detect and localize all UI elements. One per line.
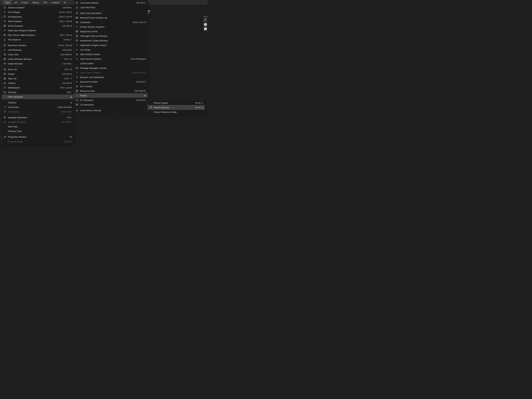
view-menu-item-label: Code Definition Window xyxy=(8,58,60,60)
other-windows-item-hiveserver2-output-window[interactable]: HiveServer2 Output Window xyxy=(74,38,147,43)
bookmark-icon xyxy=(3,44,6,47)
shortcut-label: Ctrl+Alt+F xyxy=(136,99,146,101)
view-menu-item-call-hierarchy[interactable]: Call HierarchyCtrl+Alt+K xyxy=(2,48,74,52)
other-windows-item-document-outline[interactable]: Document OutlineCtrl+Alt+T xyxy=(74,80,147,84)
other-windows-item-load-test-runs[interactable]: Load Test Runs xyxy=(74,5,147,10)
svg-point-2 xyxy=(4,11,5,12)
svg-rect-1 xyxy=(4,7,5,7)
other-windows-item-shader-syntax-visualizer[interactable]: Shader Syntax Visualizer xyxy=(74,25,147,29)
other-windows-item-label: Dev Tunnels xyxy=(80,85,146,88)
pieces-menu-item-pieces-explorer[interactable]: @Pieces ExplorerAlt+M, E xyxy=(148,105,205,110)
pieces-submenu: Pieces CopilotAlt+M, C@Pieces ExplorerAl… xyxy=(148,100,205,115)
shortcut-label: Alt+M, C xyxy=(195,102,203,104)
blank-icon xyxy=(3,140,6,143)
other-windows-submenu: Command WindowCtrl+Alt+ALoad Test RunsDa… xyxy=(74,0,148,113)
other-windows-item-containers[interactable]: ContainersCtrl+K, Ctrl+O xyxy=(74,20,147,25)
side-badge-up-icon[interactable]: ˄ xyxy=(204,27,207,30)
sql-icon xyxy=(3,33,6,37)
shortcut-label: Ctrl+\, Ctrl+N xyxy=(60,86,72,89)
docoutline-icon xyxy=(75,80,79,83)
other-windows-item-task-runner-explorer[interactable]: Task Runner ExplorerCtrl+Alt+Bkspce xyxy=(74,57,147,61)
pieces-menu-item-pieces-copilot[interactable]: Pieces CopilotAlt+M, C xyxy=(148,101,205,105)
other-windows-item-f-interactive[interactable]: F#F# InteractiveCtrl+Alt+F xyxy=(74,98,147,102)
view-menu-item-all-windows: All WindowsShift+Alt+M xyxy=(2,109,74,114)
view-menu-item-properties-window[interactable]: Properties WindowF4 xyxy=(2,135,74,139)
view-menu-item-toolbars[interactable]: Toolbars▶ xyxy=(2,100,74,105)
view-menu-item-team-explorer[interactable]: Team ExplorerCtrl+\, Ctrl+M xyxy=(2,19,74,24)
view-menu-item-terminal[interactable]: TerminalCtrl+` xyxy=(2,90,74,94)
view-menu-item-solution-explorer[interactable]: Solution ExplorerCtrl+Alt+L xyxy=(2,5,74,10)
view-menu-item-full-screen[interactable]: Full ScreenShift+Alt+Enter xyxy=(2,105,74,109)
git-changes-icon xyxy=(3,11,6,14)
other-windows-item-dev-tunnels[interactable]: Dev Tunnels xyxy=(74,84,147,89)
shortcut-label: Ctrl+K, Ctrl+W xyxy=(58,44,72,47)
other-windows-item-label: Load Test Runs xyxy=(80,6,146,9)
pieces-menu-item-pieces-welcome-guide[interactable]: Pieces Welcome Guide xyxy=(148,110,205,114)
view-menu-item-other-windows[interactable]: Other Windows▶ xyxy=(2,94,74,99)
view-menu-item-next-task[interactable]: Next Task xyxy=(2,124,74,129)
other-windows-item-command-window[interactable]: Command WindowCtrl+Alt+A xyxy=(74,0,147,5)
view-menu-item-label: Next Task xyxy=(8,125,72,128)
view-menu-item-git-repository[interactable]: Git RepositoryCtrl+0, Ctrl+R xyxy=(2,14,74,19)
svg-rect-25 xyxy=(4,73,6,74)
other-windows-item-web-publish-activity[interactable]: Web Publish Activity xyxy=(74,52,147,57)
other-windows-item-label: Shader Syntax Visualizer xyxy=(80,26,146,28)
other-windows-item-package-manager-console[interactable]: Package Manager Console xyxy=(74,66,147,70)
view-menu-item-bookmark-window[interactable]: Bookmark WindowCtrl+K, Ctrl+W xyxy=(2,43,74,48)
view-menu-item-error-list[interactable]: Error ListCtrl+\, E xyxy=(2,67,74,72)
menubar-item-test[interactable]: Test xyxy=(41,0,49,5)
view-menu-item-toolbox[interactable]: ToolboxCtrl+Alt+X xyxy=(2,81,74,85)
toolbox-icon xyxy=(3,81,6,85)
menubar-item-to[interactable]: To xyxy=(62,0,68,5)
other-windows-item-diagnostic-events[interactable]: Diagnostic Events xyxy=(74,29,147,34)
menubar-item-analyze[interactable]: Analyze xyxy=(50,0,61,5)
other-windows-item-application-insights-search[interactable]: Application Insights Search xyxy=(74,43,147,47)
view-menu-item-navigate-backward[interactable]: Navigate BackwardCtrl+- xyxy=(2,115,74,120)
svg-point-12 xyxy=(4,31,5,31)
view-menu-item-label: Terminal xyxy=(8,91,63,93)
view-menu-item-notifications[interactable]: NotificationsCtrl+\, Ctrl+N xyxy=(2,85,74,90)
view-menu-item-server-explorer[interactable]: Server ExplorerCtrl+Alt+S xyxy=(2,24,74,28)
menubar-item-debug[interactable]: Debug xyxy=(31,0,41,5)
view-menu-item-navigate-forward: Navigate ForwardCtrl+Shift+- xyxy=(2,120,74,124)
view-menu-item-test-explorer[interactable]: Test ExplorerCtrl+E, T xyxy=(2,37,74,42)
view-menu-item-task-list[interactable]: Task ListCtrl+\, T xyxy=(2,76,74,81)
view-menu-item-class-view[interactable]: Class ViewCtrl+Shift+C xyxy=(2,52,74,57)
shortcut-label: Shift+Alt+M xyxy=(61,110,72,113)
other-windows-item-pieces[interactable]: Pieces▶ xyxy=(74,93,147,98)
shortcut-label: Alt+M, E xyxy=(195,106,203,109)
other-windows-item-live-share[interactable]: Live Share xyxy=(74,47,147,52)
svg-point-34 xyxy=(76,12,78,13)
csharp-icon: C# xyxy=(75,103,79,106)
svg-point-47 xyxy=(76,76,78,78)
side-tab-pieces[interactable]: Pie xyxy=(203,18,207,22)
other-windows-item-data-tools-operations[interactable]: Data Tools Operations xyxy=(74,11,147,15)
other-windows-item-resource-view[interactable]: Resource ViewCtrl+Shift+E xyxy=(74,89,147,93)
other-windows-item-microsoft-azure-activity-log[interactable]: Microsoft Azure Activity Log xyxy=(74,15,147,20)
menubar-item-git[interactable]: Git xyxy=(12,0,19,5)
other-windows-item-label: Data Tools Operations xyxy=(80,12,146,14)
view-menu-item-sql-server-object-explorer[interactable]: SQL Server Object ExplorerCtrl+\, Ctrl+S xyxy=(2,33,74,37)
svg-rect-57 xyxy=(77,110,77,111)
other-windows-item-c-interactive[interactable]: C#C# Interactive xyxy=(74,102,147,107)
view-menu-item-git-changes[interactable]: Git ChangesCtrl+0, Ctrl+G xyxy=(2,10,74,14)
view-menu-item-label: Property Pages xyxy=(8,140,60,143)
other-windows-item-browser-link-dashboard[interactable]: Browser Link Dashboard xyxy=(74,75,147,80)
view-menu-item-code-definition-window[interactable]: Code Definition WindowCtrl+\, D xyxy=(2,57,74,61)
menubar-item-view[interactable]: View xyxy=(3,0,12,5)
view-menu-item-previous-task[interactable]: Previous Task xyxy=(2,129,74,133)
other-windows-item-json-outline[interactable]: JSON Outline xyxy=(74,61,147,66)
output-icon xyxy=(3,72,6,76)
other-windows-item-code-metrics-results[interactable]: Code Metrics Results xyxy=(74,108,147,113)
codemetrics-icon xyxy=(75,109,79,112)
svg-text:F#: F# xyxy=(76,99,78,101)
view-menu-item-object-browser[interactable]: Object BrowserCtrl+Alt+J xyxy=(2,61,74,66)
svg-rect-33 xyxy=(76,2,78,4)
server-icon xyxy=(3,24,6,27)
other-windows-item-hdinsight-task-list-window[interactable]: HDInsight Task List Window xyxy=(74,34,147,38)
side-badge-check-icon[interactable]: ✓ xyxy=(204,23,207,26)
menubar-item-project[interactable]: Project xyxy=(19,0,30,5)
view-menu-item-output[interactable]: OutputCtrl+Alt+O xyxy=(2,72,74,76)
view-menu-item-data-lake-analytics-explorer[interactable]: Data Lake Analytics Explorer xyxy=(2,28,74,33)
other-windows-item-label: HiveServer2 Output Window xyxy=(80,39,146,42)
